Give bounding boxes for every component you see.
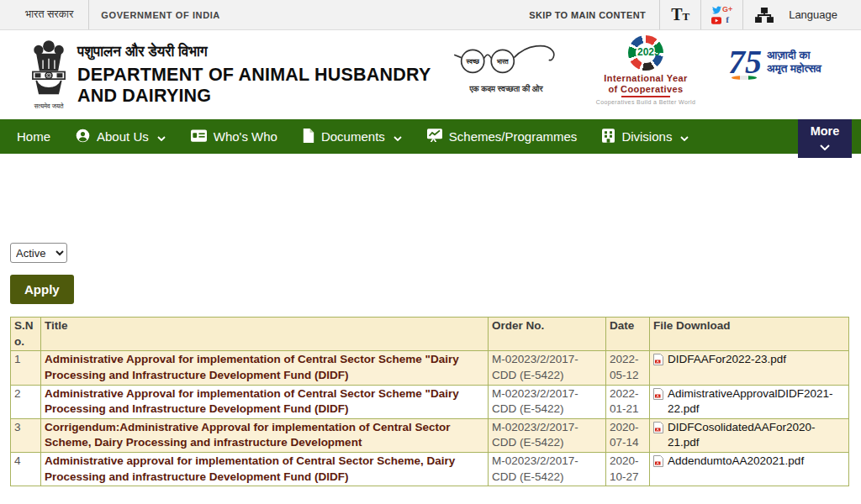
department-title: DEPARTMENT OF ANIMAL HUSBANDRY AND DAIRY… — [77, 65, 447, 108]
col-header-date: Date — [606, 318, 650, 351]
text-resize-icon[interactable]: TT — [660, 5, 700, 24]
col-header-sno: S.No. — [11, 318, 41, 351]
swachh-bharat-logo: स्वच्छ भारत एक कदम स्वच्छता की ओर — [451, 42, 562, 94]
nav-divisions[interactable]: Divisions — [602, 129, 689, 145]
facebook-icon[interactable]: f — [726, 15, 729, 24]
amrit-line1: आज़ादी का — [767, 49, 821, 62]
nav-about-us[interactable]: About Us — [76, 129, 166, 145]
row-title: Corrigendum:Administrative Approval for … — [41, 418, 489, 452]
col-header-order-no: Order No. — [489, 318, 606, 351]
row-order-no: M-02023/2/2017-CDD (E-5422) — [489, 351, 606, 385]
swachh-bharat-tagline: एक कदम स्वच्छता की ओर — [451, 84, 562, 94]
iyc-title-line2: of Cooperatives — [589, 84, 703, 95]
svg-text:भारत: भारत — [496, 58, 509, 66]
language-menu[interactable]: Language — [785, 8, 861, 21]
india-national-emblem: सत्यमेव जयते — [25, 37, 72, 111]
table-row: 4 Administrative approval for implementa… — [11, 453, 849, 486]
iyc-year: 2025 — [637, 46, 660, 58]
chevron-down-icon — [820, 139, 830, 153]
iyc-title-line1: International Year — [589, 73, 703, 84]
file-download-link[interactable]: DIDFCosolidatedAAFor2020-21.pdf — [653, 420, 845, 451]
amrit-line2: अमृत महोत्सव — [767, 62, 821, 76]
row-order-no: M-02023/2/2017-CDD (E-5422) — [489, 453, 606, 486]
row-order-no: M-02023/2/2017-CDD (E-5422) — [489, 418, 606, 452]
row-title: Administrative approval for implementati… — [41, 453, 489, 486]
file-download-link[interactable]: AddendumtoAA202021.pdf — [653, 454, 804, 472]
nav-schemes-programmes[interactable]: Schemes/Programmes — [427, 129, 578, 144]
main-content: Active Apply S.No. Title Order No. Date … — [0, 154, 861, 486]
topbar-right: SKIP TO MAIN CONTENT TT G+ f Language — [515, 0, 861, 29]
id-card-icon — [191, 129, 207, 144]
row-date: 2022-05-12 — [606, 351, 650, 385]
row-sno: 4 — [11, 453, 41, 486]
col-header-title: Title — [41, 318, 489, 351]
amrit-75-number: 75 — [728, 47, 762, 77]
department-title-hindi: पशुपालन और डेयरी विभाग — [77, 44, 447, 60]
row-sno: 3 — [11, 418, 41, 452]
nav-whos-who[interactable]: Who's Who — [191, 129, 277, 144]
satyameva-jayate-motto: सत्यमेव जयते — [25, 102, 72, 111]
row-date: 2020-10-27 — [606, 453, 650, 486]
file-download-link[interactable]: DIDFAAFor2022-23.pdf — [653, 352, 786, 370]
skip-to-main-content-link[interactable]: SKIP TO MAIN CONTENT — [515, 10, 659, 20]
file-download-link[interactable]: AdimistrativeApprovalDIDF2021-22.pdf — [653, 386, 845, 417]
site-masthead: सत्यमेव जयते पशुपालन और डेयरी विभाग DEPA… — [0, 30, 861, 119]
row-title: Administrative Approval for implementati… — [41, 351, 489, 385]
building-icon — [602, 129, 615, 145]
status-filter-select[interactable]: Active — [10, 243, 67, 263]
row-date: 2022-01-21 — [606, 385, 650, 418]
table-row: 3 Corrigendum:Administrative Approval fo… — [11, 418, 849, 452]
table-header-row: S.No. Title Order No. Date File Download — [11, 318, 849, 351]
department-home-link[interactable]: पशुपालन और डेयरी विभाग DEPARTMENT OF ANI… — [77, 44, 447, 108]
azadi-ka-amrit-mahotsav-logo: 75 आज़ादी का अमृत महोत्सव — [728, 47, 821, 77]
pdf-icon — [653, 388, 663, 417]
chevron-down-icon — [394, 129, 402, 144]
iyc-underline — [621, 96, 670, 97]
svg-text:स्वच्छ: स्वच्छ — [466, 58, 480, 66]
document-icon — [303, 129, 314, 145]
iyc-ring-graphic: 2025 — [628, 35, 663, 71]
row-sno: 2 — [11, 385, 41, 418]
chart-icon — [427, 129, 442, 144]
row-title: Administrative Approval for implementati… — [41, 385, 489, 418]
government-hindi-label: भारत सरकार — [0, 8, 88, 21]
iyc-tagline: Cooperatives Build a Better World — [589, 99, 703, 105]
col-header-file-download: File Download — [650, 318, 849, 351]
row-order-no: M-02023/2/2017-CDD (E-5422) — [489, 385, 606, 418]
chevron-down-icon — [157, 129, 166, 144]
pdf-icon — [653, 354, 663, 370]
topbar-left: भारत सरकार GOVERNMENT OF INDIA — [0, 0, 232, 29]
pdf-icon — [653, 455, 663, 472]
social-links: G+ f — [701, 5, 742, 24]
google-plus-icon[interactable]: G+ — [722, 6, 732, 13]
pdf-icon — [653, 422, 663, 451]
person-icon — [76, 129, 90, 145]
chevron-down-icon — [680, 129, 689, 144]
documents-table: S.No. Title Order No. Date File Download… — [10, 317, 849, 486]
row-sno: 1 — [11, 351, 41, 385]
row-date: 2020-07-14 — [606, 418, 650, 452]
table-row: 2 Administrative Approval for implementa… — [11, 385, 849, 418]
nav-documents[interactable]: Documents — [303, 129, 402, 145]
international-year-of-cooperatives-logo: 2025 International Year of Cooperatives … — [589, 35, 703, 105]
nav-more-button[interactable]: More — [798, 119, 852, 158]
top-utility-bar: भारत सरकार GOVERNMENT OF INDIA SKIP TO M… — [0, 0, 861, 30]
table-row: 1 Administrative Approval for implementa… — [11, 351, 849, 385]
sitemap-icon[interactable] — [743, 8, 785, 23]
nav-home[interactable]: Home — [17, 129, 50, 144]
apply-button[interactable]: Apply — [10, 275, 74, 304]
main-navigation: Home About Us Who's Who Documents Scheme… — [0, 119, 861, 154]
government-of-india-label: GOVERNMENT OF INDIA — [89, 10, 232, 20]
youtube-icon[interactable] — [711, 13, 721, 27]
